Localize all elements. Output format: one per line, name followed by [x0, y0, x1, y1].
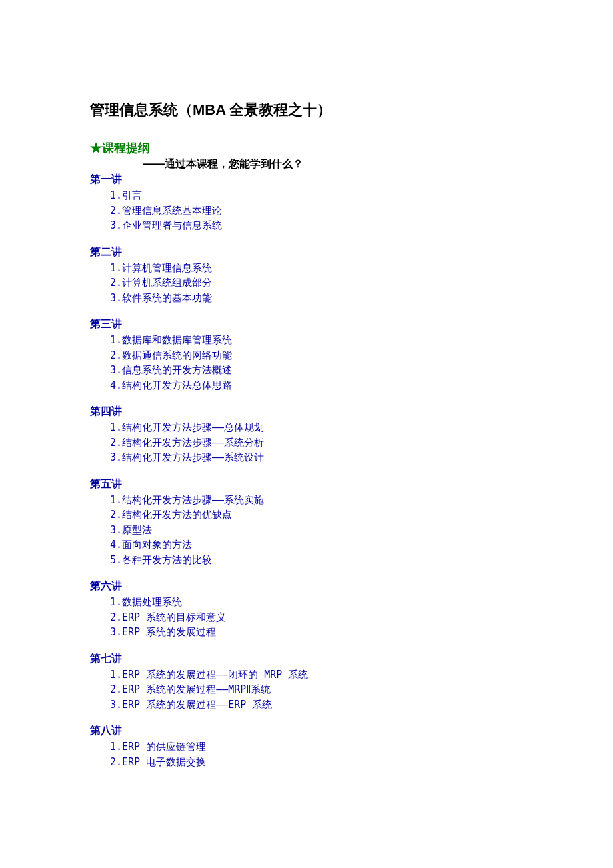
lecture-heading: 第四讲: [90, 405, 523, 419]
lecture-item: 3.原型法: [110, 523, 523, 538]
lecture-item: 3.ERP 系统的发展过程——ERP 系统: [110, 697, 523, 713]
outline-subtitle: ——通过本课程，您能学到什么？: [143, 157, 523, 171]
lecture-item: 2.管理信息系统基本理论: [110, 203, 523, 219]
lecture-item: 3.ERP 系统的发展过程: [110, 625, 523, 640]
lecture-block-5: 第五讲 1.结构化开发方法步骤——系统实施 2.结构化开发方法的优缺点 3.原型…: [90, 477, 523, 568]
lecture-item: 2.数据通信系统的网络功能: [110, 348, 523, 363]
lecture-item: 4.结构化开发方法总体思路: [110, 378, 523, 393]
lecture-block-1: 第一讲 1.引言 2.管理信息系统基本理论 3.企业管理者与信息系统: [90, 173, 523, 233]
lecture-item: 1.ERP 系统的发展过程——闭环的 MRP 系统: [110, 667, 523, 683]
lecture-item: 4.面向对象的方法: [110, 537, 523, 553]
lecture-heading: 第八讲: [90, 724, 523, 738]
lecture-item: 1.引言: [110, 188, 523, 203]
lecture-block-8: 第八讲 1.ERP 的供应链管理 2.ERP 电子数据交换: [90, 724, 523, 769]
lecture-item: 2.ERP 系统的目标和意义: [110, 610, 523, 625]
lecture-item: 1.计算机管理信息系统: [110, 261, 523, 276]
lecture-item: 1.ERP 的供应链管理: [110, 739, 523, 755]
lecture-heading: 第二讲: [90, 245, 523, 259]
lecture-item: 5.各种开发方法的比较: [110, 553, 523, 568]
lecture-item: 2.结构化开发方法步骤——系统分析: [110, 435, 523, 451]
lecture-item: 1.数据库和数据库管理系统: [110, 333, 523, 348]
lecture-item: 3.结构化开发方法步骤——系统设计: [110, 450, 523, 465]
document-title: 管理信息系统（MBA 全景教程之十）: [90, 100, 523, 120]
lecture-item: 2.ERP 电子数据交换: [110, 755, 523, 770]
lecture-block-4: 第四讲 1.结构化开发方法步骤——总体规划 2.结构化开发方法步骤——系统分析 …: [90, 405, 523, 465]
lecture-item: 3.软件系统的基本功能: [110, 291, 523, 306]
lecture-heading: 第一讲: [90, 173, 523, 187]
lecture-block-2: 第二讲 1.计算机管理信息系统 2.计算机系统组成部分 3.软件系统的基本功能: [90, 245, 523, 306]
lecture-item: 1.数据处理系统: [110, 595, 523, 610]
lecture-item: 2.ERP 系统的发展过程——MRPⅡ系统: [110, 682, 523, 697]
lecture-item: 1.结构化开发方法步骤——总体规划: [110, 420, 523, 435]
outline-heading: ★课程提纲: [90, 140, 523, 156]
lecture-item: 2.结构化开发方法的优缺点: [110, 507, 523, 523]
lecture-block-3: 第三讲 1.数据库和数据库管理系统 2.数据通信系统的网络功能 3.信息系统的开…: [90, 317, 523, 393]
lecture-item: 3.信息系统的开发方法概述: [110, 363, 523, 378]
lecture-item: 3.企业管理者与信息系统: [110, 218, 523, 233]
lecture-heading: 第七讲: [90, 652, 523, 666]
lecture-heading: 第三讲: [90, 317, 523, 331]
lecture-item: 1.结构化开发方法步骤——系统实施: [110, 493, 523, 508]
lecture-block-6: 第六讲 1.数据处理系统 2.ERP 系统的目标和意义 3.ERP 系统的发展过…: [90, 579, 523, 640]
lecture-heading: 第五讲: [90, 477, 523, 491]
lecture-block-7: 第七讲 1.ERP 系统的发展过程——闭环的 MRP 系统 2.ERP 系统的发…: [90, 652, 523, 713]
lecture-item: 2.计算机系统组成部分: [110, 275, 523, 291]
lecture-heading: 第六讲: [90, 579, 523, 593]
